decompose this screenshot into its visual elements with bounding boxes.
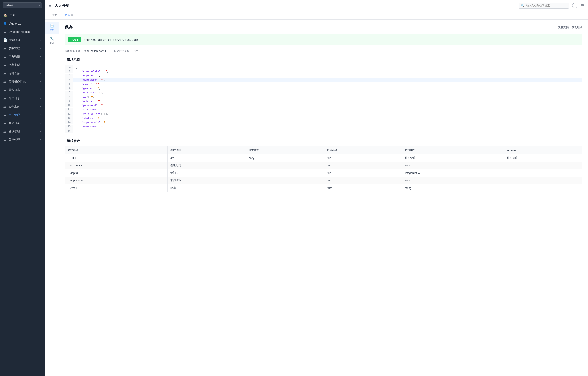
sidebar-item-op-log[interactable]: ☁ 操作日志 ▾	[0, 94, 45, 102]
sidebar-item-home[interactable]: 🏠 主页	[0, 11, 45, 19]
code-line: 1{	[65, 65, 582, 69]
table-row: deptId部门IDtrueinteger(int64)	[65, 169, 582, 177]
help-icon[interactable]: ?	[572, 3, 577, 8]
param-desc: dto	[168, 154, 246, 162]
sidebar-label-swagger-models: Swagger Models	[9, 30, 41, 33]
sidebar-item-dict-data[interactable]: ☁ 字典数据 ▾	[0, 52, 45, 61]
code-line: 8 "id": 0,	[65, 95, 582, 99]
line-number: 7	[65, 91, 73, 95]
sidebar-icon-dict-type: ☁	[3, 63, 7, 67]
search-input[interactable]	[526, 4, 567, 7]
sidebar-item-swagger-models[interactable]: ☁ Swagger Models	[0, 28, 45, 36]
table-row: deptName部门名称falsestring	[65, 177, 582, 184]
param-required: false	[324, 177, 402, 184]
sidebar-icon-file-upload: ☁	[3, 104, 7, 108]
code-line: 14 "superAdmin": 0,	[65, 120, 582, 125]
chevron-icon: ▾	[40, 122, 41, 125]
panel-tab-debug[interactable]: 🔧 调试	[45, 35, 59, 47]
params-table: 参数名称参数说明请求类型是否必须数据类型schema -dtodtobodytr…	[65, 146, 582, 192]
chevron-icon: ▾	[40, 105, 41, 108]
sidebar-item-user-manage[interactable]: ☁ 用户管理 ▾	[0, 111, 45, 119]
line-number: 12	[65, 112, 73, 116]
sidebar-label-login-log: 登录日志	[9, 121, 38, 125]
sidebar-item-scheduled-log[interactable]: ☁ 定时任务日志 ▾	[0, 77, 45, 86]
sidebar-item-login-log[interactable]: ☁ 登录日志 ▾	[0, 119, 45, 127]
param-schema	[504, 169, 582, 177]
line-content: "deptName": "",	[73, 78, 108, 82]
menu-icon[interactable]: ≡	[49, 3, 51, 8]
search-wrapper: 🔍	[519, 3, 569, 9]
sidebar-item-menu-manage[interactable]: ☁ 菜单管理 ▾	[0, 136, 45, 144]
chevron-icon: ▾	[40, 39, 41, 42]
chevron-icon: ▾	[40, 138, 41, 141]
sidebar-icon-scheduled-task: ☁	[3, 71, 7, 75]
panel-tab-doc[interactable]: 📄 文档	[45, 22, 59, 34]
section-accent-2	[65, 139, 65, 143]
sidebar-icon-doc-manage: 📄	[3, 38, 7, 42]
sidebar-item-error-log[interactable]: ☁ 异常日志 ▾	[0, 86, 45, 94]
param-req-type	[246, 169, 324, 177]
sidebar-select[interactable]: default	[3, 2, 42, 8]
tabs-bar: 主页保存✕	[45, 11, 588, 20]
code-line: 11 "realName": "",	[65, 108, 582, 112]
line-content: "roleIdList": [],	[73, 112, 111, 116]
sidebar-label-scheduled-log: 定时任务日志	[9, 80, 38, 84]
line-number: 15	[65, 125, 73, 129]
sidebar-label-scheduled-task: 定时任务	[9, 72, 38, 75]
tab-save[interactable]: 保存✕	[61, 11, 76, 20]
sidebar-item-authorize[interactable]: 👤 Authorize	[0, 19, 45, 28]
sidebar-label-authorize: Authorize	[9, 22, 41, 25]
sidebar-icon-menu-manage: ☁	[3, 138, 7, 142]
param-name: deptName	[65, 177, 168, 184]
sidebar-item-scheduled-task[interactable]: ☁ 定时任务 ▾	[0, 69, 45, 77]
sidebar-icon-param-manage: ☁	[3, 46, 7, 50]
code-line: 12 "roleIdList": [],	[65, 112, 582, 116]
code-block: 1{2 "createDate": "",3 "deptId": 0,4 "de…	[65, 65, 582, 133]
param-required: true	[324, 154, 402, 162]
sidebar-item-login-manage[interactable]: ☁ 登录管理 ▾	[0, 127, 45, 136]
expand-button[interactable]: -	[67, 156, 71, 160]
sidebar-item-file-upload[interactable]: ☁ 文件上传 ▾	[0, 102, 45, 111]
panel-icon-doc: 📄	[50, 24, 54, 28]
sidebar-icon-user-manage: ☁	[3, 113, 7, 117]
chevron-icon: ▾	[40, 72, 41, 75]
param-name: deptId	[65, 169, 168, 177]
table-row: createDate创建时间falsestring	[65, 162, 582, 169]
tab-close-save[interactable]: ✕	[71, 14, 73, 17]
line-content: "id": 0,	[73, 95, 97, 99]
doc-title-row: 保存 复制文档 复制地址	[65, 24, 582, 30]
copy-url-button[interactable]: 复制地址	[572, 26, 582, 29]
lang-icon[interactable]: 中	[581, 3, 584, 8]
param-schema	[504, 177, 582, 184]
line-number: 13	[65, 116, 73, 120]
sidebar-label-doc-manage: 文档管理	[9, 38, 38, 42]
meta-row: 请求数据类型 [ "application/json" ] 响应数据类型 [ "…	[65, 49, 582, 53]
copy-doc-button[interactable]: 复制文档	[558, 26, 568, 29]
sidebar-icon-home: 🏠	[3, 13, 7, 17]
line-content: "username": ""	[73, 125, 106, 129]
sidebar-item-dict-type[interactable]: ☁ 字典类型 ▾	[0, 61, 45, 69]
chevron-icon: ▾	[40, 89, 41, 91]
code-line: 16}	[65, 129, 582, 133]
sidebar-label-op-log: 操作日志	[9, 96, 38, 100]
param-data-type: string	[402, 177, 504, 184]
sidebar-icon-op-log: ☁	[3, 96, 7, 100]
param-req-type	[246, 184, 324, 192]
sidebar-label-user-manage: 用户管理	[9, 113, 38, 117]
table-row: -dtodtobodytrue用户管理用户管理	[65, 154, 582, 162]
param-desc: 部门名称	[168, 177, 246, 184]
sidebar-item-param-manage[interactable]: ☁ 参数管理 ▾	[0, 44, 45, 52]
content-area: 📄 文档 🔧 调试 保存 复制文档 复制地址 POST /renren-secu…	[45, 20, 588, 376]
sidebar-item-doc-manage[interactable]: 📄 文档管理 ▾	[0, 36, 45, 44]
request-content-type-label: 请求数据类型 [ "application/json" ]	[65, 49, 106, 53]
tab-home[interactable]: 主页	[49, 11, 61, 20]
line-number: 11	[65, 108, 73, 112]
line-content: "superAdmin": 0,	[73, 120, 109, 125]
tab-label-home: 主页	[52, 13, 58, 17]
param-name: -dto	[65, 154, 168, 162]
code-line: 9 "mobile": "",	[65, 99, 582, 103]
chevron-icon: ▾	[40, 80, 41, 83]
sidebar-header: default	[0, 0, 45, 11]
api-url: /renren-security-server/sys/user	[84, 38, 138, 41]
line-number: 6	[65, 86, 73, 90]
